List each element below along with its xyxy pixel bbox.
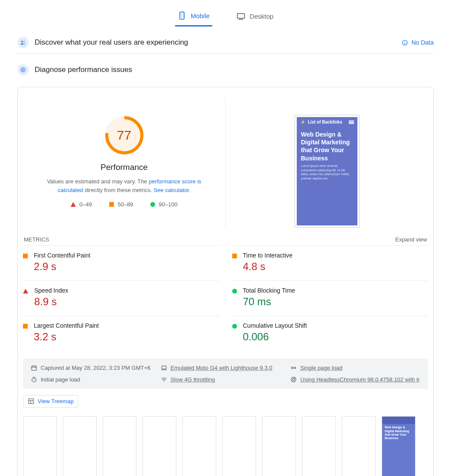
triangle-red-icon [23, 289, 28, 293]
svg-point-8 [404, 41, 405, 42]
calendar-icon [31, 365, 37, 371]
metric-label: Largest Contentful Paint [34, 322, 99, 329]
performance-report: 77 Performance Values are estimated and … [17, 87, 434, 476]
filmstrip-thumb [143, 416, 176, 476]
metrics-title: METRICS [24, 236, 49, 243]
filmstrip-thumb [23, 416, 57, 476]
metric-label: First Contentful Paint [34, 252, 91, 259]
svg-point-25 [291, 377, 296, 382]
metric-value: 8.9 s [34, 296, 68, 308]
no-data-link[interactable]: No Data [402, 39, 434, 46]
metric-row: Speed Index8.9 s [23, 280, 219, 316]
environment-info: Captured at May 28, 2022, 3:23 PM GMT+6 … [23, 359, 428, 389]
env-initial: Initial page load [41, 376, 80, 383]
preview-text: Lorem ipsum dolor sit amet, consectetur … [297, 164, 357, 181]
svg-rect-13 [32, 366, 36, 370]
metric-value: 0.006 [243, 331, 307, 343]
metric-row: First Contentful Paint2.9 s [23, 245, 219, 280]
filmstrip-thumb [342, 416, 376, 476]
preview-brand: List of Backlinks [308, 120, 342, 124]
metric-row: Time to Interactive4.8 s [232, 245, 428, 280]
svg-rect-1 [181, 13, 184, 18]
env-emulated: Emulated Moto G4 with Lighthouse 9.3.0 [171, 365, 273, 371]
performance-label: Performance [101, 163, 148, 172]
diagnose-icon [17, 64, 29, 75]
metric-value: 3.2 s [34, 331, 99, 343]
svg-point-10 [22, 69, 24, 71]
info-icon [402, 39, 408, 46]
svg-point-19 [292, 367, 293, 369]
env-throttle: Slow 4G throttling [171, 376, 215, 383]
users-icon [17, 37, 29, 48]
metric-row: Largest Contentful Paint3.2 s [23, 316, 219, 351]
square-orange-icon [232, 254, 237, 258]
filmstrip-thumb: Web Design & Digital Marketing that Grow… [382, 416, 415, 476]
lightning-icon: ⚡ [300, 120, 305, 124]
page-preview-screenshot: ⚡ List of Backlinks Web Design & Digital… [295, 115, 360, 228]
svg-point-4 [21, 41, 23, 42]
dot-green-icon [150, 202, 155, 207]
desktop-icon [237, 12, 245, 21]
dot-green-icon [232, 324, 237, 329]
env-chromium: Using HeadlessChromium 98.0.4758.102 wit… [300, 376, 419, 383]
no-data-text: No Data [412, 39, 434, 46]
performance-note: Values are estimated and may vary. The p… [38, 177, 211, 194]
discover-section-header: Discover what your real users are experi… [17, 26, 434, 54]
svg-point-26 [292, 378, 295, 381]
tab-desktop[interactable]: Desktop [234, 8, 276, 26]
svg-rect-17 [162, 366, 166, 369]
metric-row: Total Blocking Time70 ms [232, 280, 428, 316]
square-orange-icon [23, 324, 28, 329]
performance-score: 77 [108, 119, 140, 151]
view-treemap-button[interactable]: View Treemap [23, 395, 78, 408]
expand-view-link[interactable]: Expand view [395, 236, 427, 243]
chrome-icon [290, 376, 297, 383]
filmstrip: Web Design & Digital Marketing that Grow… [23, 416, 428, 476]
performance-gauge: 77 [104, 115, 145, 156]
metric-label: Total Blocking Time [243, 287, 295, 294]
link-icon [290, 365, 297, 371]
tab-desktop-label: Desktop [250, 13, 273, 20]
filmstrip-thumb [302, 416, 336, 476]
tab-mobile-label: Mobile [191, 12, 210, 20]
svg-point-20 [294, 367, 296, 369]
dot-green-icon [232, 289, 237, 293]
hamburger-icon [349, 121, 354, 124]
filmstrip-thumb [222, 416, 256, 476]
triangle-red-icon [71, 202, 76, 207]
metric-value: 4.8 s [243, 261, 293, 273]
mobile-icon [178, 11, 186, 20]
view-treemap-label: View Treemap [38, 398, 74, 404]
see-calculator-link[interactable]: See calculator. [153, 187, 190, 193]
env-single: Single page load [300, 365, 342, 371]
network-icon [161, 376, 167, 383]
filmstrip-thumb [262, 416, 296, 476]
score-legend: 0–49 50–89 90–100 [71, 201, 177, 208]
metric-label: Time to Interactive [243, 252, 293, 259]
svg-point-5 [23, 41, 25, 42]
filmstrip-thumb [182, 416, 216, 476]
square-orange-icon [109, 202, 114, 207]
tab-mobile[interactable]: Mobile [175, 8, 212, 26]
diagnose-section-header: Diagnose performance issues [17, 54, 434, 81]
diagnose-title: Diagnose performance issues [35, 65, 132, 74]
treemap-icon [28, 398, 34, 404]
preview-headline: Web Design & Digital Marketing that Grow… [297, 127, 357, 164]
filmstrip-thumb [103, 416, 136, 476]
metric-label: Speed Index [34, 287, 68, 294]
timer-icon [31, 376, 37, 383]
laptop-icon [161, 365, 167, 371]
filmstrip-thumb [63, 416, 97, 476]
metric-label: Cumulative Layout Shift [243, 322, 307, 329]
svg-rect-2 [237, 13, 245, 18]
discover-title: Discover what your real users are experi… [35, 38, 188, 47]
env-captured: Captured at May 28, 2022, 3:23 PM GMT+6 [41, 365, 150, 371]
square-orange-icon [23, 254, 28, 258]
metric-value: 70 ms [243, 296, 295, 308]
metric-value: 2.9 s [34, 261, 91, 273]
metric-row: Cumulative Layout Shift0.006 [232, 316, 428, 351]
